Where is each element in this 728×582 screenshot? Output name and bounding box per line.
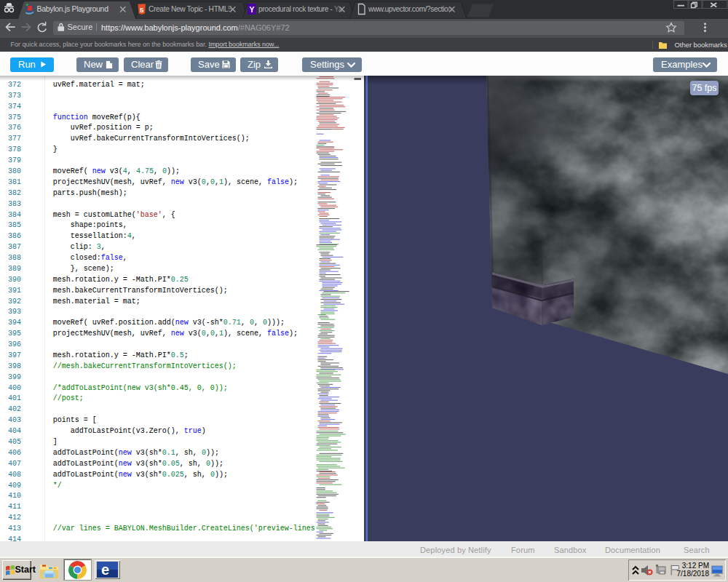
svg-text:5: 5 bbox=[140, 6, 144, 14]
svg-text:www.upvector.com/?section: www.upvector.com/?section bbox=[368, 5, 451, 13]
svg-text:Create New Topic - HTML5: Create New Topic - HTML5 bbox=[149, 5, 232, 13]
svg-text:e: e bbox=[101, 562, 109, 578]
svg-text:procedural rock texture - Ya: procedural rock texture - Ya bbox=[258, 5, 343, 13]
svg-text:Y: Y bbox=[250, 5, 255, 14]
svg-text:https://www.babylonjs-playgrou: https://www.babylonjs-playground.com/#NA… bbox=[101, 23, 290, 32]
svg-text:Secure: Secure bbox=[68, 23, 93, 31]
svg-text:Babylon.js Playground: Babylon.js Playground bbox=[37, 4, 109, 13]
